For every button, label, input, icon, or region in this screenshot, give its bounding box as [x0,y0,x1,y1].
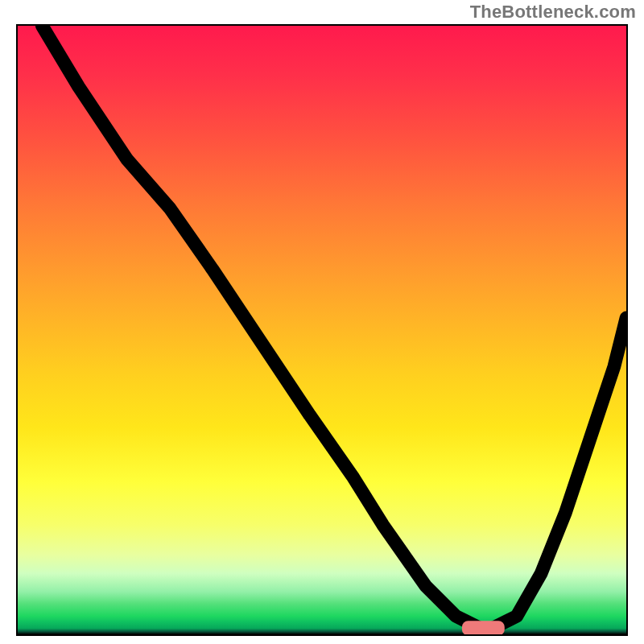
plot-svg [18,26,626,634]
optimal-marker [462,621,505,634]
watermark-text: TheBottleneck.com [470,2,636,23]
plot-area [16,24,628,636]
bottleneck-curve [42,26,626,628]
chart-container: TheBottleneck.com [0,0,644,644]
